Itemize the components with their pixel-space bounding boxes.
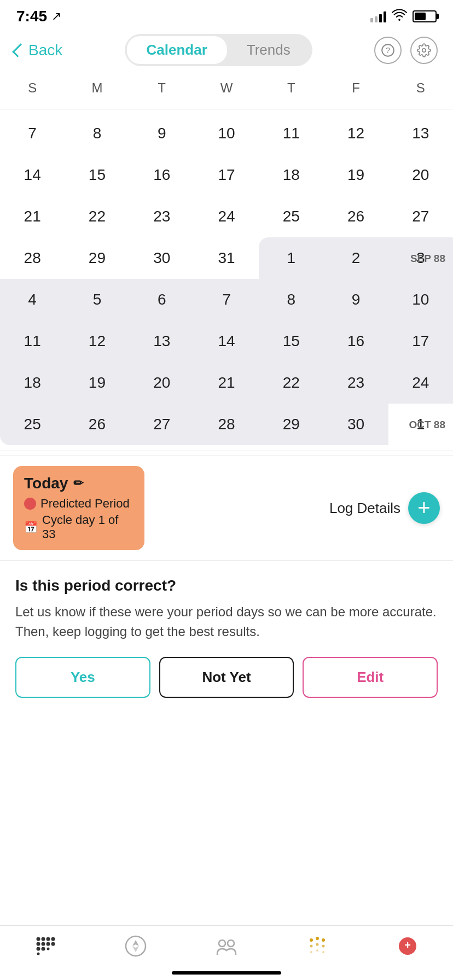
- period-dot: [24, 498, 36, 510]
- bottom-spacer: [0, 709, 453, 785]
- period-question-desc: Let us know if these were your period da…: [15, 602, 438, 641]
- weekday-f: F: [323, 75, 388, 101]
- calendar-day[interactable]: 24: [388, 362, 453, 404]
- oct-label: OCT 88: [409, 419, 445, 431]
- add-log-button[interactable]: +: [408, 492, 440, 524]
- calendar-day[interactable]: 23: [323, 362, 388, 404]
- calendar-day[interactable]: 7: [0, 113, 65, 154]
- svg-point-8: [46, 942, 50, 946]
- calendar-day[interactable]: 14: [194, 320, 259, 362]
- period-question-section: Is this period correct? Let us know if t…: [0, 560, 453, 709]
- today-title: Today ✏: [24, 475, 133, 492]
- calendar-day[interactable]: 18: [0, 362, 65, 404]
- calendar-row: 25 26 27 28 29 30 1: [0, 404, 453, 445]
- calendar-day[interactable]: 24: [194, 196, 259, 237]
- yes-button[interactable]: Yes: [15, 657, 150, 698]
- calendar-day[interactable]: 9: [323, 279, 388, 320]
- covid19-nav-icon: +: [395, 934, 420, 959]
- calendar-day[interactable]: 21: [194, 362, 259, 404]
- calendar-day[interactable]: 6: [130, 279, 194, 320]
- calendar-day[interactable]: 20: [130, 362, 194, 404]
- calendar-day[interactable]: 11: [259, 113, 323, 154]
- calendar-day[interactable]: 8: [259, 279, 323, 320]
- calendar-day[interactable]: 31: [194, 237, 259, 279]
- pencil-icon: ✏: [73, 476, 83, 491]
- back-chevron-icon: [12, 43, 26, 57]
- calendar-tab[interactable]: Calendar: [127, 36, 227, 64]
- help-button[interactable]: ?: [374, 37, 402, 64]
- back-label: Back: [28, 42, 62, 59]
- svg-point-3: [41, 937, 45, 941]
- calendar-day[interactable]: 21: [0, 196, 65, 237]
- back-button[interactable]: Back: [15, 42, 62, 59]
- calendar-day[interactable]: 7: [194, 279, 259, 320]
- svg-point-17: [219, 940, 225, 947]
- calendar-day[interactable]: 30: [130, 237, 194, 279]
- calendar-day[interactable]: 26: [323, 196, 388, 237]
- svg-point-4: [46, 937, 50, 941]
- calendar-row: 28 29 30 31 1 2 3: [0, 237, 453, 279]
- calendar-day[interactable]: 17: [388, 320, 453, 362]
- calendar-day[interactable]: 5: [65, 279, 129, 320]
- calendar-day[interactable]: 22: [65, 196, 129, 237]
- weekday-s2: S: [388, 75, 453, 101]
- svg-text:+: +: [404, 939, 411, 951]
- calendar-day[interactable]: 11: [0, 320, 65, 362]
- segment-control: Calendar Trends: [125, 34, 312, 66]
- svg-point-11: [41, 947, 45, 951]
- weekday-header: S M T W T F S: [0, 75, 453, 109]
- svg-point-18: [228, 940, 234, 947]
- calendar-day[interactable]: 25: [259, 196, 323, 237]
- calendar-day[interactable]: 28: [194, 404, 259, 445]
- calendar-day[interactable]: 27: [130, 404, 194, 445]
- svg-point-21: [322, 938, 325, 942]
- edit-button[interactable]: Edit: [303, 657, 438, 698]
- calendar-day[interactable]: 14: [0, 154, 65, 196]
- calendar-day[interactable]: 10: [194, 113, 259, 154]
- today-card[interactable]: Today ✏ Predicted Period 📅 Cycle day 1 o…: [13, 466, 144, 550]
- calendar-day[interactable]: 18: [259, 154, 323, 196]
- calendar-day[interactable]: 23: [130, 196, 194, 237]
- calendar-day[interactable]: 9: [130, 113, 194, 154]
- status-bar: 7:45 ↗: [0, 0, 453, 30]
- calendar-day[interactable]: 20: [388, 154, 453, 196]
- calendar-day[interactable]: 30: [323, 404, 388, 445]
- calendar-day[interactable]: 28: [0, 237, 65, 279]
- today-nav-icon: [33, 934, 58, 959]
- calendar-day[interactable]: 26: [65, 404, 129, 445]
- period-question-title: Is this period correct?: [15, 577, 438, 594]
- calendar-row-with-month: SEP 88 28 29 30 31 1 2 3: [0, 237, 453, 279]
- calendar-day[interactable]: 19: [65, 362, 129, 404]
- calendar-day[interactable]: 8: [65, 113, 129, 154]
- calendar-day[interactable]: 19: [323, 154, 388, 196]
- calendar-day[interactable]: 29: [259, 404, 323, 445]
- calendar-day[interactable]: 10: [388, 279, 453, 320]
- calendar-row-with-oct: OCT 88 25 26 27 28 29 30 1: [0, 404, 453, 445]
- calendar-day[interactable]: 1: [259, 237, 323, 279]
- calendar-day[interactable]: 12: [323, 113, 388, 154]
- calendar-day[interactable]: 15: [65, 154, 129, 196]
- calendar-day[interactable]: 15: [259, 320, 323, 362]
- calendar-day[interactable]: 2: [323, 237, 388, 279]
- weekday-m: M: [65, 75, 129, 101]
- calendar-day[interactable]: 13: [388, 113, 453, 154]
- calendar-day[interactable]: 22: [259, 362, 323, 404]
- settings-button[interactable]: [410, 37, 438, 64]
- svg-point-9: [51, 942, 55, 946]
- calendar-day[interactable]: 27: [388, 196, 453, 237]
- calendar-day[interactable]: 16: [130, 154, 194, 196]
- svg-point-27: [322, 951, 324, 953]
- calendar-day[interactable]: 17: [194, 154, 259, 196]
- svg-point-20: [316, 937, 319, 940]
- divider: [0, 451, 453, 451]
- not-yet-button[interactable]: Not Yet: [159, 657, 294, 698]
- calendar-day[interactable]: 29: [65, 237, 129, 279]
- calendar-day[interactable]: 13: [130, 320, 194, 362]
- svg-marker-15: [132, 940, 139, 946]
- calendar-day[interactable]: 12: [65, 320, 129, 362]
- community-nav-icon: [214, 934, 239, 959]
- calendar-day[interactable]: 25: [0, 404, 65, 445]
- calendar-day[interactable]: 4: [0, 279, 65, 320]
- trends-tab[interactable]: Trends: [227, 36, 310, 64]
- calendar-day[interactable]: 16: [323, 320, 388, 362]
